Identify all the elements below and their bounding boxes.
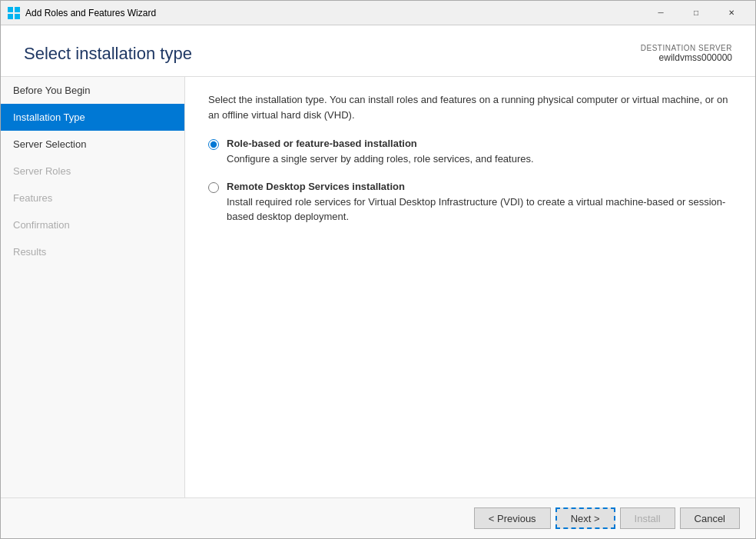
destination-server-info: DESTINATION SERVER ewildvmss000000: [641, 44, 732, 63]
sidebar-item-results: Results: [1, 238, 184, 265]
radio-remote-desktop[interactable]: [208, 182, 219, 193]
footer: < Previous Next > Install Cancel: [1, 497, 755, 538]
page-title: Select installation type: [24, 44, 192, 64]
maximize-button[interactable]: □: [678, 1, 714, 25]
sidebar-item-server-selection[interactable]: Server Selection: [1, 131, 184, 158]
svg-rect-1: [15, 7, 20, 12]
install-button[interactable]: Install: [620, 507, 675, 529]
window-title: Add Roles and Features Wizard: [25, 8, 643, 18]
installation-options: Role-based or feature-based installation…: [208, 138, 732, 225]
description-text: Select the installation type. You can in…: [208, 92, 732, 122]
titlebar: Add Roles and Features Wizard ─ □ ✕: [1, 1, 755, 25]
svg-rect-2: [8, 14, 13, 19]
option-remote-desktop-content: Remote Desktop Services installation Ins…: [227, 181, 732, 225]
header-section: Select installation type DESTINATION SER…: [1, 25, 755, 76]
option-role-based-desc: Configure a single server by adding role…: [227, 151, 534, 167]
window-controls: ─ □ ✕: [643, 1, 749, 25]
option-remote-desktop-desc: Install required role services for Virtu…: [227, 195, 732, 225]
app-icon: [7, 6, 21, 20]
cancel-button[interactable]: Cancel: [680, 507, 740, 529]
sidebar-item-before-you-begin[interactable]: Before You Begin: [1, 77, 184, 104]
destination-name: ewildvmss000000: [641, 52, 732, 63]
destination-label: DESTINATION SERVER: [641, 44, 732, 52]
radio-role-based[interactable]: [208, 139, 219, 150]
wizard-window: Add Roles and Features Wizard ─ □ ✕ Sele…: [0, 0, 756, 539]
option-role-based-title[interactable]: Role-based or feature-based installation: [227, 138, 417, 149]
main-content: Select the installation type. You can in…: [185, 77, 755, 497]
option-role-based-content: Role-based or feature-based installation…: [227, 138, 534, 167]
next-button[interactable]: Next >: [555, 507, 615, 529]
sidebar-item-installation-type[interactable]: Installation Type: [1, 104, 184, 131]
sidebar-item-server-roles: Server Roles: [1, 158, 184, 185]
option-remote-desktop: Remote Desktop Services installation Ins…: [208, 181, 732, 225]
content-area: Select installation type DESTINATION SER…: [1, 25, 755, 538]
option-remote-desktop-title[interactable]: Remote Desktop Services installation: [227, 181, 405, 192]
svg-rect-0: [8, 7, 13, 12]
minimize-button[interactable]: ─: [643, 1, 678, 25]
svg-rect-3: [15, 14, 20, 19]
close-button[interactable]: ✕: [714, 1, 749, 25]
previous-button[interactable]: < Previous: [474, 507, 551, 529]
main-layout: Before You Begin Installation Type Serve…: [1, 76, 755, 497]
sidebar-item-confirmation: Confirmation: [1, 211, 184, 238]
option-role-based: Role-based or feature-based installation…: [208, 138, 732, 167]
sidebar: Before You Begin Installation Type Serve…: [1, 77, 185, 497]
sidebar-item-features: Features: [1, 185, 184, 211]
